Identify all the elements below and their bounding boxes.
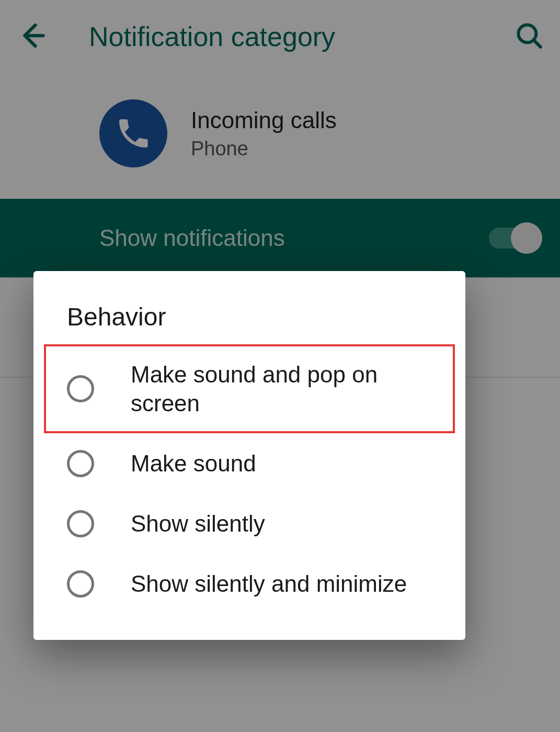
radio-icon — [67, 570, 94, 598]
option-label: Make sound — [131, 449, 256, 478]
radio-icon — [67, 375, 94, 402]
option-make-sound-and-pop[interactable]: Make sound and pop on screen — [44, 344, 455, 433]
behavior-dialog: Behavior Make sound and pop on screen Ma… — [33, 271, 465, 640]
option-make-sound[interactable]: Make sound — [33, 433, 465, 493]
option-show-silently[interactable]: Show silently — [33, 493, 465, 554]
radio-icon — [67, 510, 94, 537]
dialog-title: Behavior — [33, 302, 465, 344]
option-label: Show silently — [131, 509, 265, 538]
radio-icon — [67, 450, 94, 477]
option-label: Show silently and minimize — [131, 569, 407, 598]
option-show-silently-and-minimize[interactable]: Show silently and minimize — [33, 554, 465, 614]
option-label: Make sound and pop on screen — [131, 360, 444, 418]
